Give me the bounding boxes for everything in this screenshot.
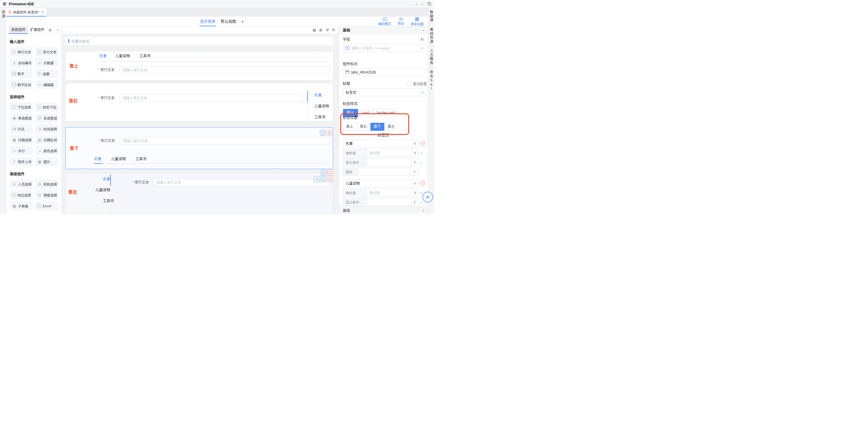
palette-item-upload[interactable]: ⇧附件上传 bbox=[10, 157, 33, 166]
palette-item-currency[interactable]: ¥金额 bbox=[35, 69, 58, 78]
move-down-button[interactable]: ↓ bbox=[420, 160, 422, 164]
title-input[interactable]: 标签页 V bbox=[343, 88, 426, 96]
palette-item-counter[interactable]: ±计数器 bbox=[35, 58, 58, 67]
tab-system-components[interactable]: 系统组件 bbox=[9, 26, 28, 34]
document-tab[interactable]: 布局控件-标签页* × bbox=[6, 8, 46, 17]
move-up-button[interactable]: ↑ bbox=[420, 191, 422, 195]
tab-reference-books[interactable]: 工具书 bbox=[135, 157, 147, 161]
tab-extended-components[interactable]: 扩展组件 bbox=[28, 26, 47, 34]
tab-famous-books[interactable]: 名著 bbox=[94, 157, 101, 161]
icon-row[interactable]: 图标 bbox=[343, 168, 418, 176]
variable-toggle-button[interactable]: V bbox=[419, 89, 426, 96]
single-line-text-input[interactable] bbox=[120, 66, 330, 74]
radio-option-靠左[interactable]: 靠左 bbox=[384, 123, 398, 131]
component-id-input[interactable]: tabs_49141528 bbox=[343, 68, 426, 76]
single-line-text-input[interactable] bbox=[153, 179, 330, 186]
tab-children-books[interactable]: 儿童读物 bbox=[95, 188, 110, 192]
palette-item-radio-group[interactable]: ◉单选框组 bbox=[10, 113, 33, 123]
tab-item-row[interactable]: 儿童读物V bbox=[343, 179, 418, 187]
copy-component-button[interactable] bbox=[320, 130, 326, 135]
palette-item-checkbox-group[interactable]: ☑多选框组 bbox=[35, 113, 58, 123]
list-icon[interactable] bbox=[49, 29, 52, 31]
add-view-button[interactable]: + bbox=[241, 19, 244, 24]
copy-field-button[interactable] bbox=[320, 176, 326, 182]
icon-search-button[interactable] bbox=[410, 168, 418, 175]
undo-icon[interactable]: ↺ bbox=[326, 28, 329, 32]
tab-reference-books[interactable]: 工具书 bbox=[103, 199, 114, 203]
right-rail-item-1[interactable]: 离线资源 bbox=[428, 25, 434, 46]
right-rail-item-0[interactable]: 数据源 bbox=[428, 8, 434, 25]
remove-tab-item-button[interactable] bbox=[420, 141, 425, 146]
refresh-icon[interactable]: ↻ bbox=[421, 37, 424, 41]
single-line-text-input[interactable] bbox=[120, 94, 304, 102]
advanced-section-header[interactable]: 高级 bbox=[339, 206, 428, 214]
radio-option-靠上[interactable]: 靠上 bbox=[343, 123, 356, 131]
tab-children-books[interactable]: 儿童读物 bbox=[115, 54, 130, 58]
badge-row[interactable]: 角标值角标值V bbox=[343, 149, 418, 157]
badge-row[interactable]: 角标值角标值V bbox=[343, 189, 418, 197]
radio-option-border-card[interactable]: border-card bbox=[373, 109, 399, 117]
palette-item-number[interactable]: 123数字 bbox=[10, 69, 33, 78]
tab-default-view[interactable]: 默认视图 bbox=[221, 17, 236, 26]
copy-container-button[interactable] bbox=[321, 170, 327, 175]
palette-item-number-range[interactable]: 1~3数字区间 bbox=[10, 80, 33, 89]
palette-item-multi-line-text[interactable]: A多行文本 bbox=[35, 47, 58, 56]
tabs-demo-right[interactable]: 靠右 *单行文本 名著 儿童读物 工具书 bbox=[65, 83, 333, 122]
tab-famous-books[interactable]: 名著 bbox=[314, 94, 322, 97]
move-down-button[interactable]: ↓ bbox=[420, 200, 422, 204]
tab-reference-books[interactable]: 工具书 bbox=[314, 116, 326, 119]
palette-item-excel[interactable]: xExcel bbox=[35, 201, 58, 210]
radio-option-靠下[interactable]: 靠下 bbox=[370, 123, 384, 131]
tab-famous-books[interactable]: 名著 bbox=[103, 177, 110, 181]
field-settings-button[interactable] bbox=[314, 176, 320, 182]
radio-option-card[interactable]: card bbox=[358, 109, 373, 117]
palette-item-switch[interactable]: 开关 bbox=[10, 124, 33, 133]
tabs-demo-left[interactable]: 名著 儿童读物 工具书 靠左 *单行文本 bbox=[65, 173, 333, 214]
left-rail-resources[interactable]: 资源 bbox=[0, 8, 6, 21]
tab-item-row[interactable]: 名著V bbox=[343, 139, 418, 147]
ai-assistant-button[interactable]: Ai bbox=[423, 192, 433, 202]
form-settings-button[interactable]: 表单设置 bbox=[411, 18, 424, 26]
delete-container-button[interactable] bbox=[327, 170, 333, 175]
palette-item-color-picker[interactable]: ◑颜色选择 bbox=[35, 146, 58, 155]
preview-button[interactable]: 预览 bbox=[398, 18, 404, 26]
single-line-text-input[interactable] bbox=[120, 137, 330, 145]
radio-option-靠右[interactable]: 靠右 bbox=[356, 123, 370, 131]
basic-section-header[interactable]: 基础 bbox=[339, 26, 428, 34]
palette-item-org-select[interactable]: 品机构选择 bbox=[35, 179, 58, 189]
palette-item-rating[interactable]: ☆评分 bbox=[10, 146, 33, 155]
outline-tree-icon[interactable]: ≣ bbox=[319, 28, 322, 32]
condition-row[interactable]: 显示条件C bbox=[343, 158, 418, 166]
palette-item-dropdown-select[interactable]: ∨下拉选择 bbox=[10, 102, 33, 111]
palette-item-time-picker[interactable]: ◷时间选择 bbox=[35, 124, 58, 133]
palette-item-single-line-text[interactable]: A单行文本 bbox=[10, 47, 33, 56]
palette-item-post-select[interactable]: 8岗位选择 bbox=[10, 190, 33, 200]
palette-item-person-select[interactable]: ♙人员选择 bbox=[10, 179, 33, 189]
show-label-checkbox[interactable] bbox=[407, 81, 411, 85]
right-rail-item-2[interactable]: 三方服务 bbox=[428, 46, 434, 68]
collapse-chevron-icon[interactable] bbox=[422, 28, 424, 31]
tab-children-books[interactable]: 儿童读物 bbox=[111, 157, 126, 161]
palette-item-popup-select[interactable]: ⊡弹窗选择 bbox=[35, 190, 58, 200]
chevron-down-icon[interactable] bbox=[57, 28, 59, 31]
tab-lowcode-form[interactable]: 低开表单 bbox=[200, 17, 215, 26]
i18n-globe-icon[interactable]: ◍ bbox=[313, 28, 316, 32]
palette-item-sub-table[interactable]: ▦子表格 bbox=[10, 201, 33, 210]
field-binding-select[interactable]: T 请输入字段名（v-model） bbox=[343, 44, 426, 52]
remove-tab-item-button[interactable] bbox=[420, 181, 425, 186]
right-rail-item-3[interactable]: 命名Sql bbox=[428, 68, 434, 94]
save-icon[interactable] bbox=[428, 2, 431, 6]
palette-item-editor[interactable]: A≡编辑器 bbox=[35, 80, 58, 89]
move-up-button[interactable]: ↑ bbox=[420, 151, 422, 155]
tab-reference-books[interactable]: 工具书 bbox=[140, 54, 151, 58]
delete-field-button[interactable] bbox=[327, 176, 333, 182]
nav-forward-icon[interactable]: › bbox=[422, 2, 423, 6]
tabs-demo-bottom-selected[interactable]: *单行文本 靠下 名著 儿童读物 工具书 bbox=[65, 127, 333, 169]
nav-back-icon[interactable]: ‹ bbox=[416, 2, 417, 6]
tabs-demo-top[interactable]: 靠上 名著 儿童读物 工具书 *单行文本 bbox=[65, 51, 333, 80]
palette-item-tree-dropdown[interactable]: ≡树形下拉 bbox=[35, 102, 58, 111]
tab-famous-books[interactable]: 名著 bbox=[99, 54, 107, 58]
palette-item-date-picker[interactable]: ▦日期选择 bbox=[10, 135, 33, 144]
palette-item-image[interactable]: ▣图片 bbox=[35, 157, 58, 166]
palette-item-auto-number[interactable]: #自动编号 bbox=[10, 58, 33, 67]
